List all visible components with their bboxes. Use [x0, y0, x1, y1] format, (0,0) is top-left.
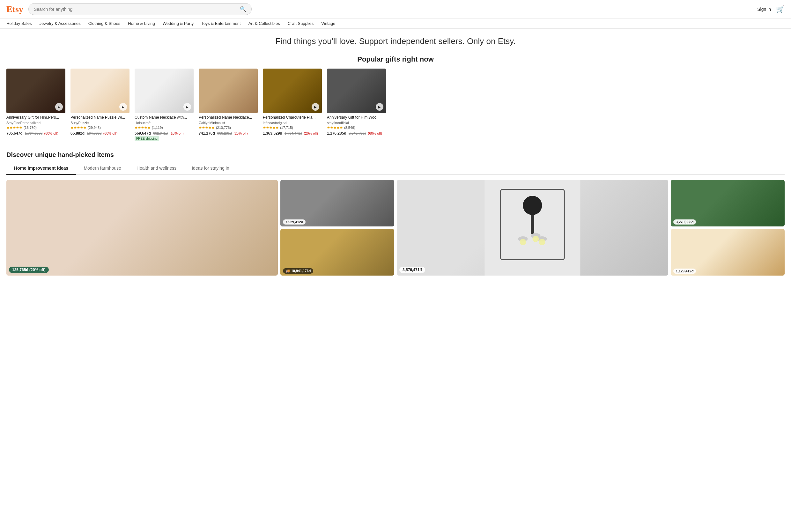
product-discount: (60% off) [103, 131, 117, 135]
discover-item-person[interactable]: 3,270,588đ [671, 180, 785, 226]
product-title: Personalized Name Necklace... [199, 115, 258, 120]
product-stars: ★★★★★ [199, 126, 215, 130]
product-stars: ★★★★★ [6, 126, 22, 130]
product-shop: StayFinePersonalized [6, 121, 65, 125]
wall-sconce-svg [397, 180, 668, 276]
product-price: 1,176,235đ [327, 131, 346, 136]
product-original-price: 988,235đ [217, 131, 232, 135]
svg-point-1 [523, 196, 542, 215]
product-card[interactable]: ▶ Personalized Charcuterie Pla... leftco… [263, 69, 322, 141]
popular-gifts-title: Popular gifts right now [6, 55, 785, 63]
product-price: 741,176đ [199, 131, 215, 136]
product-shop: Hoiaucraft [135, 121, 194, 125]
tab-home-improvement[interactable]: Home improvement ideas [6, 162, 76, 175]
product-card[interactable]: ▶ Custom Name Necklace with... Hoiaucraf… [135, 69, 194, 141]
search-input[interactable] [34, 7, 240, 12]
product-card[interactable]: ▶ Anniversary Gift for Him,Pers... StayF… [6, 69, 65, 141]
product-shop: leftcoastoriginal [263, 121, 322, 125]
product-shop: CaitlynMinimalist [199, 121, 258, 125]
price-badge: 1,129,412đ [673, 269, 696, 274]
product-stars: ★★★★★ [263, 126, 279, 130]
product-original-price: 164,706đ [87, 131, 101, 135]
product-reviews: (1,119) [152, 126, 163, 130]
product-title: Personalized Charcuterie Pla... [263, 115, 322, 120]
product-stars: ★★★★★ [327, 126, 343, 130]
product-price: 65,882đ [71, 131, 84, 136]
product-reviews: (16,780) [24, 126, 37, 130]
product-reviews: (8,546) [344, 126, 355, 130]
product-original-price: 2,940,706đ [349, 131, 366, 135]
nav-jewelry[interactable]: Jewelry & Accessories [40, 21, 81, 26]
hero-section: Find things you'll love. Support indepen… [0, 29, 791, 51]
header-actions: Sign in 🛒 [757, 5, 785, 13]
truck-icon: 🚚 [286, 269, 290, 273]
product-shop: BusyPuzzle [71, 121, 130, 125]
header: Etsy 🔍 Sign in 🛒 [0, 0, 791, 19]
video-play-icon: ▶ [184, 103, 191, 111]
video-play-icon: ▶ [312, 103, 319, 111]
product-title: Personalized Name Puzzle Wi... [71, 115, 130, 120]
price-badge: 7,529,412đ [283, 220, 306, 225]
discover-item-gold-sconce[interactable]: 1,129,412đ [671, 229, 785, 276]
video-play-icon: ▶ [55, 103, 63, 111]
discover-item-pendant-light[interactable]: 7,529,412đ [281, 180, 394, 226]
product-reviews: (29,943) [88, 126, 101, 130]
etsy-logo: Etsy [6, 4, 23, 14]
product-price: 705,647đ [6, 131, 23, 136]
product-title: Anniversary Gift for Him,Woo... [327, 115, 386, 120]
tab-ideas-staying-in[interactable]: Ideas for staying in [184, 162, 237, 175]
svg-point-7 [539, 239, 545, 245]
svg-rect-2 [531, 215, 534, 234]
price-badge: 🚚 10,941,176đ [283, 268, 313, 274]
product-image: ▶ [6, 69, 65, 113]
video-play-icon: ▶ [376, 103, 383, 111]
product-discount: (60% off) [368, 131, 382, 135]
nav-holiday-sales[interactable]: Holiday Sales [6, 21, 32, 26]
nav-toys[interactable]: Toys & Entertainment [201, 21, 241, 26]
product-original-price: 632,941đ [153, 131, 168, 135]
nav-clothing[interactable]: Clothing & Shoes [88, 21, 120, 26]
product-card[interactable]: Personalized Name Necklace... CaitlynMin… [199, 69, 258, 141]
product-reviews: (17,715) [280, 126, 293, 130]
product-price: 1,363,529đ [263, 131, 282, 136]
nav-home[interactable]: Home & Living [128, 21, 155, 26]
discover-item-wall-sconce[interactable]: 3,576,471đ [397, 180, 668, 276]
hero-text: Find things you'll love. Support indepen… [6, 36, 785, 46]
free-shipping-badge: FREE shipping [135, 136, 159, 141]
discover-item-chandelier[interactable]: 🚚 10,941,176đ [281, 229, 394, 276]
product-shop: stayfineofficial [327, 121, 386, 125]
nav-craft[interactable]: Craft Supplies [288, 21, 314, 26]
tab-modern-farmhouse[interactable]: Modern farmhouse [76, 162, 129, 175]
product-original-price: 1,704,471đ [285, 131, 302, 135]
product-image [199, 69, 258, 113]
nav-art[interactable]: Art & Collectibles [249, 21, 280, 26]
tab-health-wellness[interactable]: Health and wellness [129, 162, 184, 175]
discover-item-drawer-pulls[interactable]: 135,765đ (20% off) [6, 180, 278, 276]
product-card[interactable]: ▶ Personalized Name Puzzle Wi... BusyPuz… [71, 69, 130, 141]
product-image: ▶ [71, 69, 130, 113]
product-reviews: (210,776) [216, 126, 231, 130]
price-badge: 135,765đ (20% off) [9, 267, 49, 273]
cart-icon[interactable]: 🛒 [776, 5, 785, 13]
product-card[interactable]: ▶ Anniversary Gift for Him,Woo... stayfi… [327, 69, 386, 141]
price-badge: 3,576,471đ [399, 267, 425, 273]
product-discount: (10% off) [169, 131, 184, 135]
nav-wedding[interactable]: Wedding & Party [163, 21, 194, 26]
video-play-icon: ▶ [119, 103, 127, 111]
product-discount: (60% off) [44, 131, 58, 135]
products-row: ▶ Anniversary Gift for Him,Pers... StayF… [6, 69, 785, 141]
product-title: Custom Name Necklace with... [135, 115, 194, 120]
product-title: Anniversary Gift for Him,Pers... [6, 115, 65, 120]
nav-vintage[interactable]: Vintage [321, 21, 335, 26]
search-icon[interactable]: 🔍 [240, 6, 246, 12]
product-original-price: 1,764,000đ [25, 131, 42, 135]
sign-in-link[interactable]: Sign in [757, 7, 771, 12]
discover-section: Discover unique hand-picked items Home i… [0, 147, 791, 282]
product-image: ▶ [327, 69, 386, 113]
product-price: 569,647đ [135, 131, 151, 136]
discover-title: Discover unique hand-picked items [6, 151, 785, 158]
product-discount: (25% off) [233, 131, 248, 135]
price-badge: 3,270,588đ [673, 220, 696, 225]
search-bar[interactable]: 🔍 [28, 3, 252, 15]
main-nav: Holiday Sales Jewelry & Accessories Clot… [0, 19, 791, 29]
